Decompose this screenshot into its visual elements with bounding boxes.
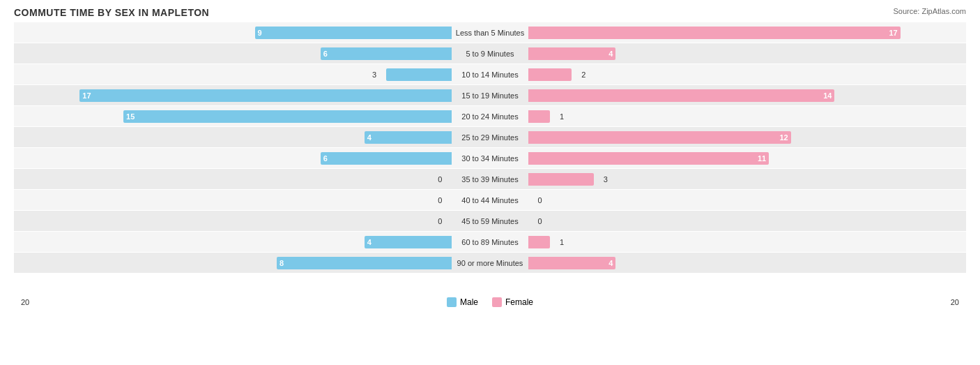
male-value: 0: [438, 196, 442, 204]
table-row: 0 40 to 44 Minutes 0: [14, 190, 966, 210]
female-value: 12: [779, 133, 788, 142]
male-color-box: [447, 297, 457, 307]
male-bar: 15: [123, 110, 452, 123]
female-label: Female: [505, 297, 533, 307]
bottom-area: 20 Male Female 20: [14, 297, 966, 307]
left-part: 4: [14, 130, 452, 145]
legend-male: Male: [447, 297, 478, 307]
row-label: 35 to 39 Minutes: [452, 175, 528, 184]
female-value: 4: [608, 50, 613, 58]
right-part: 4: [528, 46, 966, 61]
table-row: 3 10 to 14 Minutes 2: [14, 64, 966, 84]
male-value: 8: [280, 259, 284, 267]
table-row: 6 5 to 9 Minutes 4: [14, 43, 966, 64]
male-bar: 3: [386, 68, 452, 81]
row-label: 60 to 89 Minutes: [452, 238, 528, 246]
male-value: 6: [323, 154, 328, 163]
table-row: 15 20 to 24 Minutes 1: [14, 106, 966, 126]
female-bar: 4: [528, 257, 616, 269]
male-value: 9: [258, 29, 262, 37]
row-inner: 9 Less than 5 Minutes 17: [14, 25, 966, 40]
left-part: 0: [14, 193, 452, 208]
row-label: 45 to 59 Minutes: [452, 217, 528, 225]
left-part: 0: [14, 214, 452, 229]
axis-right: 20: [951, 298, 959, 306]
row-inner: 6 30 to 34 Minutes 11: [14, 151, 966, 166]
row-label: Less than 5 Minutes: [452, 29, 528, 37]
source-text: Source: ZipAtlas.com: [893, 7, 966, 15]
female-bar: 1: [528, 236, 550, 248]
row-inner: 0 45 to 59 Minutes 0: [14, 214, 966, 229]
chart-area: 9 Less than 5 Minutes 17 6 5 to 9 Minute…: [14, 22, 966, 295]
right-part: 2: [528, 67, 966, 82]
male-value: 3: [372, 70, 376, 79]
male-value: 17: [82, 91, 91, 100]
left-part: 3: [14, 67, 452, 82]
left-part: 8: [14, 255, 452, 271]
row-inner: 3 10 to 14 Minutes 2: [14, 67, 966, 82]
left-part: 6: [14, 46, 452, 61]
female-value: 3: [604, 175, 608, 184]
axis-left: 20: [21, 298, 29, 306]
right-part: 11: [528, 151, 966, 166]
male-value: 0: [438, 175, 442, 184]
table-row: 0 45 to 59 Minutes 0: [14, 211, 966, 231]
male-value: 6: [323, 50, 328, 58]
row-inner: 6 5 to 9 Minutes 4: [14, 46, 966, 61]
left-part: 9: [14, 25, 452, 40]
row-label: 15 to 19 Minutes: [452, 91, 528, 100]
legend: Male Female: [447, 297, 533, 307]
female-bar: 2: [528, 68, 572, 81]
table-row: 4 25 to 29 Minutes 12: [14, 127, 966, 147]
male-bar: 9: [255, 27, 452, 39]
female-value: 17: [889, 29, 897, 37]
female-value: 0: [538, 196, 542, 204]
table-row: 8 90 or more Minutes 4: [14, 253, 966, 273]
female-value: 1: [560, 238, 564, 246]
male-bar: 4: [365, 131, 452, 144]
male-bar: 17: [79, 89, 452, 102]
left-part: 6: [14, 151, 452, 166]
female-bar: 11: [528, 152, 770, 165]
right-part: 1: [528, 234, 966, 250]
female-bar: 4: [528, 47, 616, 60]
male-value: 15: [126, 112, 135, 121]
female-bar: 14: [528, 89, 835, 102]
right-part: 3: [528, 172, 966, 187]
female-value: 1: [560, 112, 564, 121]
male-value: 0: [438, 217, 442, 225]
male-label: Male: [460, 297, 478, 307]
row-inner: 0 35 to 39 Minutes 3: [14, 172, 966, 187]
row-inner: 17 15 to 19 Minutes 14: [14, 88, 966, 103]
row-label: 40 to 44 Minutes: [452, 196, 528, 204]
female-value: 2: [581, 70, 585, 79]
table-row: 4 60 to 89 Minutes 1: [14, 232, 966, 252]
female-value: 0: [538, 217, 542, 225]
chart-container: COMMUTE TIME BY SEX IN MAPLETON Source: …: [0, 0, 980, 365]
left-part: 17: [14, 88, 452, 103]
male-bar: 6: [321, 47, 452, 60]
row-inner: 15 20 to 24 Minutes 1: [14, 109, 966, 124]
table-row: 17 15 to 19 Minutes 14: [14, 85, 966, 105]
right-part: 14: [528, 88, 966, 103]
row-label: 10 to 14 Minutes: [452, 70, 528, 79]
female-bar: 3: [528, 173, 594, 186]
row-label: 90 or more Minutes: [452, 259, 528, 267]
chart-title: COMMUTE TIME BY SEX IN MAPLETON: [14, 7, 966, 18]
right-part: 0: [528, 193, 966, 208]
female-bar: 12: [528, 131, 791, 144]
right-part: 12: [528, 130, 966, 145]
row-label: 20 to 24 Minutes: [452, 112, 528, 121]
male-bar: 8: [277, 257, 452, 269]
row-inner: 4 60 to 89 Minutes 1: [14, 234, 966, 250]
female-value: 11: [758, 154, 766, 163]
female-value: 4: [608, 259, 613, 267]
row-inner: 0 40 to 44 Minutes 0: [14, 193, 966, 208]
left-part: 4: [14, 234, 452, 250]
row-label: 25 to 29 Minutes: [452, 133, 528, 142]
row-label: 5 to 9 Minutes: [452, 50, 528, 58]
female-bar: 17: [528, 27, 901, 39]
male-bar: 4: [365, 236, 452, 248]
male-value: 4: [367, 238, 372, 246]
left-part: 15: [14, 109, 452, 124]
